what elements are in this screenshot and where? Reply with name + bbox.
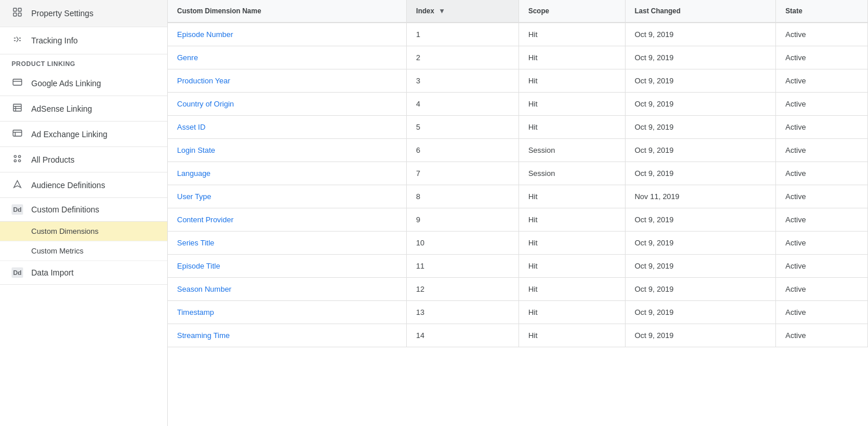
cell-scope: Session bbox=[518, 139, 625, 162]
audience-icon bbox=[12, 179, 23, 191]
svg-rect-3 bbox=[19, 13, 21, 16]
svg-rect-0 bbox=[13, 8, 16, 11]
cell-state: Active bbox=[776, 232, 868, 255]
cell-dimension-name[interactable]: Streaming Time bbox=[168, 324, 407, 347]
cell-dimension-name[interactable]: Login State bbox=[168, 139, 407, 162]
table-row: Season Number12HitOct 9, 2019Active bbox=[168, 278, 868, 301]
cell-dimension-name[interactable]: User Type bbox=[168, 185, 407, 208]
table-row: Episode Title11HitOct 9, 2019Active bbox=[168, 255, 868, 278]
cell-scope: Hit bbox=[518, 208, 625, 232]
custom-dimensions-table: Custom Dimension Name Index ▼ Scope Last… bbox=[168, 0, 868, 347]
cell-last-changed: Oct 9, 2019 bbox=[625, 255, 776, 278]
cell-dimension-name[interactable]: Language bbox=[168, 162, 407, 185]
data-import-badge: Dd bbox=[12, 267, 23, 278]
col-header-index[interactable]: Index ▼ bbox=[407, 0, 519, 23]
svg-rect-1 bbox=[19, 8, 21, 11]
sidebar-item-google-ads-linking[interactable]: Google Ads Linking bbox=[0, 71, 167, 96]
cell-scope: Hit bbox=[518, 324, 625, 347]
cell-scope: Hit bbox=[518, 23, 625, 46]
table-row: Genre2HitOct 9, 2019Active bbox=[168, 46, 868, 69]
cell-dimension-name[interactable]: Content Provider bbox=[168, 208, 407, 232]
cell-last-changed: Oct 9, 2019 bbox=[625, 46, 776, 69]
cell-dimension-name[interactable]: Country of Origin bbox=[168, 93, 407, 116]
cell-dimension-name[interactable]: Episode Number bbox=[168, 23, 407, 46]
cell-last-changed: Oct 9, 2019 bbox=[625, 324, 776, 347]
svg-point-14 bbox=[19, 155, 21, 157]
all-products-icon bbox=[12, 153, 23, 166]
tracking-info-icon bbox=[12, 34, 23, 47]
cell-dimension-name[interactable]: Production Year bbox=[168, 69, 407, 93]
cell-dimension-name[interactable]: Series Title bbox=[168, 232, 407, 255]
cell-state: Active bbox=[776, 185, 868, 208]
google-ads-icon bbox=[12, 77, 23, 89]
cell-last-changed: Oct 9, 2019 bbox=[625, 69, 776, 93]
table-row: Asset ID5HitOct 9, 2019Active bbox=[168, 116, 868, 139]
table-row: Language7SessionOct 9, 2019Active bbox=[168, 162, 868, 185]
cell-last-changed: Oct 9, 2019 bbox=[625, 278, 776, 301]
table-row: User Type8HitNov 11, 2019Active bbox=[168, 185, 868, 208]
cell-index: 4 bbox=[407, 93, 519, 116]
cell-state: Active bbox=[776, 162, 868, 185]
cell-dimension-name[interactable]: Timestamp bbox=[168, 301, 407, 324]
cell-index: 14 bbox=[407, 324, 519, 347]
cell-state: Active bbox=[776, 116, 868, 139]
sidebar-sub-item-custom-dimensions-label: Custom Dimensions bbox=[31, 227, 98, 236]
table-row: Episode Number1HitOct 9, 2019Active bbox=[168, 23, 868, 46]
sidebar-item-ad-exchange-linking[interactable]: Ad Exchange Linking bbox=[0, 122, 167, 147]
sidebar-item-google-ads-linking-label: Google Ads Linking bbox=[31, 79, 101, 88]
cell-dimension-name[interactable]: Season Number bbox=[168, 278, 407, 301]
sidebar-item-property-settings[interactable]: Property Settings bbox=[0, 0, 167, 27]
sidebar-item-tracking-info[interactable]: Tracking Info bbox=[0, 27, 167, 54]
cell-state: Active bbox=[776, 324, 868, 347]
cell-state: Active bbox=[776, 255, 868, 278]
sidebar-sub-item-custom-metrics[interactable]: Custom Metrics bbox=[0, 241, 167, 261]
cell-state: Active bbox=[776, 23, 868, 46]
sidebar-item-data-import[interactable]: Dd Data Import bbox=[0, 261, 167, 285]
sidebar-item-all-products[interactable]: All Products bbox=[0, 147, 167, 172]
svg-point-16 bbox=[19, 160, 21, 162]
svg-rect-2 bbox=[13, 13, 16, 16]
sidebar-item-adsense-linking-label: AdSense Linking bbox=[31, 104, 92, 113]
sidebar-item-all-products-label: All Products bbox=[31, 155, 75, 164]
svg-rect-4 bbox=[13, 79, 22, 86]
cell-index: 6 bbox=[407, 139, 519, 162]
table-row: Streaming Time14HitOct 9, 2019Active bbox=[168, 324, 868, 347]
sidebar-sub-item-custom-dimensions[interactable]: Custom Dimensions bbox=[0, 222, 167, 241]
cell-last-changed: Oct 9, 2019 bbox=[625, 93, 776, 116]
cell-index: 8 bbox=[407, 185, 519, 208]
sidebar: Property Settings Tracking Info PRODUCT … bbox=[0, 0, 168, 426]
cell-last-changed: Oct 9, 2019 bbox=[625, 23, 776, 46]
sidebar-item-custom-definitions[interactable]: Dd Custom Definitions bbox=[0, 198, 167, 222]
ad-exchange-icon bbox=[12, 128, 23, 140]
table-row: Production Year3HitOct 9, 2019Active bbox=[168, 69, 868, 93]
adsense-icon bbox=[12, 102, 23, 115]
cell-last-changed: Oct 9, 2019 bbox=[625, 232, 776, 255]
sidebar-item-adsense-linking[interactable]: AdSense Linking bbox=[0, 96, 167, 122]
property-settings-icon bbox=[12, 7, 23, 20]
cell-last-changed: Oct 9, 2019 bbox=[625, 301, 776, 324]
cell-scope: Hit bbox=[518, 255, 625, 278]
sidebar-sub-item-custom-metrics-label: Custom Metrics bbox=[31, 247, 83, 255]
sidebar-item-custom-definitions-label: Custom Definitions bbox=[31, 205, 100, 214]
cell-dimension-name[interactable]: Episode Title bbox=[168, 255, 407, 278]
col-header-state: State bbox=[776, 0, 868, 23]
svg-rect-6 bbox=[13, 104, 21, 111]
sidebar-item-audience-definitions[interactable]: Audience Definitions bbox=[0, 172, 167, 198]
cell-index: 5 bbox=[407, 116, 519, 139]
cell-last-changed: Oct 9, 2019 bbox=[625, 116, 776, 139]
cell-dimension-name[interactable]: Asset ID bbox=[168, 116, 407, 139]
cell-index: 12 bbox=[407, 278, 519, 301]
main-content: Custom Dimension Name Index ▼ Scope Last… bbox=[168, 0, 868, 426]
sort-arrow-icon: ▼ bbox=[439, 7, 446, 15]
cell-index: 13 bbox=[407, 301, 519, 324]
sidebar-item-data-import-label: Data Import bbox=[31, 268, 73, 277]
cell-index: 9 bbox=[407, 208, 519, 232]
svg-point-15 bbox=[14, 160, 16, 162]
cell-dimension-name[interactable]: Genre bbox=[168, 46, 407, 69]
cell-scope: Hit bbox=[518, 93, 625, 116]
cell-index: 7 bbox=[407, 162, 519, 185]
table-row: Series Title10HitOct 9, 2019Active bbox=[168, 232, 868, 255]
cell-index: 3 bbox=[407, 69, 519, 93]
cell-scope: Session bbox=[518, 162, 625, 185]
cell-scope: Hit bbox=[518, 301, 625, 324]
